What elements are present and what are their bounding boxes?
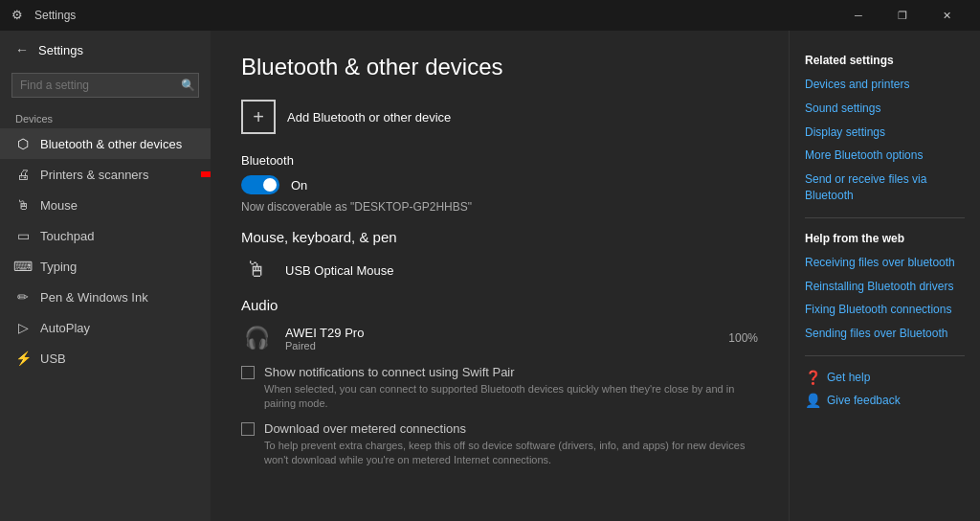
search-icon: 🔍 (181, 79, 195, 92)
bluetooth-icon: ⬡ (15, 136, 31, 151)
audio-device-status: Paired (285, 340, 715, 351)
touchpad-icon: ▭ (15, 228, 31, 243)
sidebar-item-label: Pen & Windows Ink (40, 290, 148, 305)
help-link-fixing[interactable]: Fixing Bluetooth connections (805, 302, 965, 318)
toggle-thumb (263, 178, 277, 192)
main-content: Bluetooth & other devices + Add Bluetoot… (211, 31, 789, 521)
settings-icon: ⚙ (11, 8, 27, 23)
sidebar-section-label: Devices (0, 105, 211, 128)
sidebar-item-typing[interactable]: ⌨ Typing (0, 251, 211, 282)
metered-download-content: Download over metered connections To hel… (264, 421, 758, 468)
page-title: Bluetooth & other devices (241, 54, 758, 80)
help-link-sending[interactable]: Sending files over Bluetooth (805, 326, 965, 342)
sidebar-item-bluetooth[interactable]: ⬡ Bluetooth & other devices (0, 128, 211, 159)
svg-rect-1 (201, 171, 211, 177)
mouse-icon: 🖱 (15, 197, 31, 213)
right-panel: Related settings Devices and printers So… (789, 31, 980, 521)
plus-icon: + (241, 100, 276, 134)
usb-icon: ⚡ (15, 351, 31, 366)
mouse-section-title: Mouse, keyboard, & pen (241, 229, 758, 245)
sidebar-item-label: Typing (40, 260, 77, 274)
metered-download-label: Download over metered connections (264, 421, 758, 436)
back-icon: ← (15, 42, 29, 57)
divider2 (805, 355, 965, 356)
sidebar-item-label: USB (40, 351, 66, 366)
sidebar-item-label: Bluetooth & other devices (40, 137, 182, 151)
restore-button[interactable]: ❐ (880, 0, 924, 31)
related-link-devices-printers[interactable]: Devices and printers (805, 77, 965, 93)
sidebar-item-autoplay[interactable]: ▷ AutoPlay (0, 312, 211, 343)
audio-device-battery: 100% (728, 331, 758, 345)
sidebar-item-printers[interactable]: 🖨 Printers & scanners (0, 159, 211, 190)
get-help-link[interactable]: Get help (827, 371, 870, 384)
sidebar-home-label: Settings (38, 43, 83, 57)
audio-device-info: AWEI T29 Pro Paired (285, 326, 715, 351)
printers-icon: 🖨 (15, 167, 31, 182)
audio-device-name: AWEI T29 Pro (285, 326, 715, 340)
swift-pair-row: Show notifications to connect using Swif… (241, 365, 758, 412)
give-feedback-icon: 👤 (805, 393, 821, 408)
sidebar-item-usb[interactable]: ⚡ USB (0, 343, 211, 374)
related-link-sound[interactable]: Sound settings (805, 101, 965, 117)
sidebar-item-pen[interactable]: ✏ Pen & Windows Ink (0, 282, 211, 312)
red-arrow (201, 163, 211, 186)
sidebar-item-label: Mouse (40, 198, 78, 213)
search-box: 🔍 (11, 73, 199, 98)
help-heading: Help from the web (805, 232, 965, 245)
audio-device-icon: 🎧 (241, 323, 272, 353)
mouse-device-info: USB Optical Mouse (285, 263, 758, 278)
swift-pair-content: Show notifications to connect using Swif… (264, 365, 758, 412)
titlebar-title: Settings (34, 9, 836, 22)
audio-section-title: Audio (241, 297, 758, 313)
minimize-button[interactable]: ─ (836, 0, 880, 31)
app-body: ← Settings 🔍 Devices ⬡ Bluetooth & other… (0, 31, 980, 521)
audio-device-item: 🎧 AWEI T29 Pro Paired 100% (241, 323, 758, 353)
sidebar: ← Settings 🔍 Devices ⬡ Bluetooth & other… (0, 31, 211, 521)
search-input[interactable] (11, 73, 199, 98)
divider (805, 217, 965, 218)
sidebar-back[interactable]: ← Settings (0, 31, 211, 69)
typing-icon: ⌨ (15, 259, 31, 274)
give-feedback-link[interactable]: Give feedback (827, 394, 901, 407)
bluetooth-toggle[interactable] (241, 175, 279, 194)
sidebar-item-label: Printers & scanners (40, 168, 148, 182)
metered-download-desc: To help prevent extra charges, keep this… (264, 439, 758, 468)
help-link-receiving[interactable]: Receiving files over bluetooth (805, 255, 965, 271)
bluetooth-section-label: Bluetooth (241, 153, 758, 168)
window-controls: ─ ❐ ✕ (836, 0, 969, 31)
titlebar: ⚙ Settings ─ ❐ ✕ (0, 0, 980, 31)
swift-pair-checkbox[interactable] (241, 366, 255, 379)
discoverable-text: Now discoverable as "DESKTOP-GP2HHBS" (241, 200, 758, 214)
related-link-display[interactable]: Display settings (805, 125, 965, 141)
mouse-device-item: 🖱 USB Optical Mouse (241, 255, 758, 285)
sidebar-item-label: AutoPlay (40, 321, 90, 335)
bluetooth-on-label: On (291, 178, 307, 193)
mouse-device-name: USB Optical Mouse (285, 263, 758, 278)
give-feedback-row[interactable]: 👤 Give feedback (805, 393, 965, 408)
sidebar-item-touchpad[interactable]: ▭ Touchpad (0, 220, 211, 251)
sidebar-item-label: Touchpad (40, 229, 94, 243)
add-device-button[interactable]: + Add Bluetooth or other device (241, 100, 758, 134)
close-button[interactable]: ✕ (924, 0, 969, 31)
get-help-icon: ❓ (805, 370, 821, 385)
bluetooth-toggle-row: On (241, 175, 758, 194)
swift-pair-label: Show notifications to connect using Swif… (264, 365, 758, 379)
pen-icon: ✏ (15, 289, 31, 305)
mouse-device-icon: 🖱 (241, 255, 272, 285)
sidebar-item-mouse[interactable]: 🖱 Mouse (0, 190, 211, 220)
add-device-label: Add Bluetooth or other device (287, 110, 451, 125)
autoplay-icon: ▷ (15, 320, 31, 335)
metered-download-checkbox[interactable] (241, 422, 255, 436)
swift-pair-desc: When selected, you can connect to suppor… (264, 382, 758, 412)
metered-download-row: Download over metered connections To hel… (241, 421, 758, 468)
get-help-row[interactable]: ❓ Get help (805, 370, 965, 385)
help-link-reinstalling[interactable]: Reinstalling Bluetooth drivers (805, 279, 965, 295)
related-settings-heading: Related settings (805, 54, 965, 67)
related-link-send-receive[interactable]: Send or receive files via Bluetooth (805, 171, 965, 204)
related-link-more-bluetooth[interactable]: More Bluetooth options (805, 147, 965, 164)
